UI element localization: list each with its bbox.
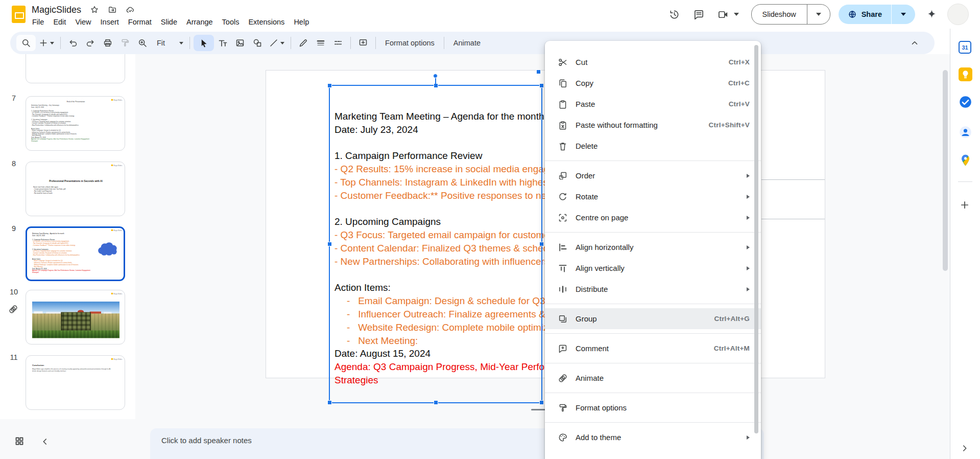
canvas[interactable]: Marketing Team Meeting – Agenda for the …: [135, 54, 950, 419]
menu-item-cut[interactable]: CutCtrl+X: [545, 52, 761, 73]
menu-item-shortcut: Ctrl+Alt+G: [714, 315, 750, 323]
redo-button[interactable]: [82, 35, 99, 51]
context-menu-scrollbar[interactable]: [754, 45, 758, 433]
menu-view[interactable]: View: [70, 17, 95, 27]
menu-item-paste-without-formatting[interactable]: Paste without formattingCtrl+Shift+V: [545, 114, 761, 135]
thumbnail-content: MagicSlidesMarketing Team Meeting – Agen…: [26, 227, 126, 282]
comment-icon: [558, 343, 568, 354]
border-color-button[interactable]: [295, 35, 312, 51]
resize-handle-middle-right[interactable]: [539, 242, 544, 246]
menu-tools[interactable]: Tools: [218, 17, 244, 27]
text-box-tool-button[interactable]: [214, 35, 231, 51]
comments-icon[interactable]: [693, 9, 705, 20]
canvas-scrollbar[interactable]: [943, 70, 948, 271]
camera-dropdown-icon[interactable]: [734, 13, 739, 16]
slide-thumbnail-8[interactable]: MagicSlidesProfessional Presentations in…: [26, 162, 125, 216]
farm-photo: [32, 302, 119, 338]
new-slide-dropdown-icon[interactable]: [50, 42, 54, 44]
avatar[interactable]: [947, 4, 969, 25]
menu-extensions[interactable]: Extensions: [244, 17, 289, 27]
second-object-handle[interactable]: [536, 70, 541, 74]
selection-box[interactable]: [329, 85, 542, 403]
version-history-icon[interactable]: [668, 9, 680, 20]
cloud-status-icon[interactable]: [126, 5, 135, 14]
select-tool-button[interactable]: [194, 35, 214, 51]
search-menus-button[interactable]: [16, 35, 36, 51]
app-logo-icon[interactable]: [12, 6, 26, 23]
insert-image-button[interactable]: [231, 35, 249, 51]
collapse-toolbar-icon[interactable]: [910, 38, 919, 48]
keep-icon[interactable]: [959, 67, 972, 81]
slide-thumbnail-11[interactable]: MagicSlidesConclusion:MagicSlides app si…: [26, 355, 125, 410]
menu-item-delete[interactable]: Delete: [545, 135, 761, 156]
menu-item-paste[interactable]: PasteCtrl+V: [545, 94, 761, 114]
rotation-handle[interactable]: [433, 74, 438, 78]
chevron-left-icon[interactable]: [40, 437, 50, 446]
menu-item-rotate[interactable]: Rotate: [545, 186, 761, 207]
undo-button[interactable]: [64, 35, 82, 51]
contacts-icon[interactable]: [959, 125, 972, 139]
resize-handle-middle-left[interactable]: [327, 242, 332, 246]
menu-help[interactable]: Help: [289, 17, 314, 27]
share-dropdown-button[interactable]: [892, 5, 915, 24]
document-title[interactable]: MagicSlides: [32, 5, 81, 15]
menu-item-align-vertically[interactable]: Align vertically: [545, 258, 761, 279]
add-addon-plus-icon[interactable]: [960, 200, 970, 210]
slide-thumbnail-7[interactable]: MagicSlidesEnd of the PresentationMarket…: [26, 96, 125, 151]
slide-thumbnail-partial[interactable]: [26, 54, 125, 83]
calendar-icon[interactable]: 31: [959, 41, 971, 54]
slideshow-dropdown-button[interactable]: [807, 5, 830, 24]
line-dropdown-icon[interactable]: [280, 42, 284, 44]
slide-number-11: 11: [6, 353, 21, 361]
paint-format-button[interactable]: [116, 35, 134, 51]
insert-shape-button[interactable]: [249, 35, 266, 51]
zoom-button[interactable]: [134, 35, 151, 51]
print-button[interactable]: [99, 35, 116, 51]
border-weight-button[interactable]: [312, 35, 329, 51]
menu-item-align-horizontally[interactable]: Align horizontally: [545, 237, 761, 258]
thumb-text-line: Action Items:: [32, 258, 123, 260]
side-panel: 31: [950, 29, 980, 459]
menu-slide[interactable]: Slide: [156, 17, 182, 27]
menu-item-distribute[interactable]: Distribute: [545, 279, 761, 300]
move-folder-icon[interactable]: [108, 5, 117, 14]
menu-arrange[interactable]: Arrange: [182, 17, 218, 27]
slide-thumbnail-10[interactable]: MagicSlides: [26, 290, 125, 345]
slide-thumbnail-9[interactable]: MagicSlidesMarketing Team Meeting – Agen…: [26, 226, 125, 281]
tasks-icon[interactable]: [959, 95, 972, 109]
star-icon[interactable]: [90, 5, 99, 14]
menu-file[interactable]: File: [28, 17, 49, 27]
resize-handle-top-left[interactable]: [327, 83, 332, 88]
zoom-fit-select[interactable]: Fit: [151, 35, 186, 51]
menu-item-order[interactable]: Order: [545, 165, 761, 186]
new-slide-button[interactable]: [36, 35, 57, 51]
menu-item-copy[interactable]: CopyCtrl+C: [545, 73, 761, 94]
resize-handle-top-right[interactable]: [539, 83, 544, 88]
add-comment-button[interactable]: [354, 35, 372, 51]
app-header: MagicSlides FileEditViewInsertFormatSlid…: [0, 0, 980, 30]
insert-line-button[interactable]: [266, 35, 287, 51]
resize-handle-bottom-right[interactable]: [539, 400, 544, 405]
menu-item-group[interactable]: GroupCtrl+Alt+G: [545, 308, 761, 329]
format-options-button[interactable]: Format options: [379, 35, 440, 51]
border-dash-button[interactable]: [329, 35, 347, 51]
menu-item-comment[interactable]: CommentCtrl+Alt+M: [545, 338, 761, 359]
gemini-sparkle-icon[interactable]: [926, 9, 938, 20]
menu-item-format-options[interactable]: Format options: [545, 397, 761, 418]
menu-item-label: Align horizontally: [576, 243, 633, 251]
menu-item-animate[interactable]: Animate: [545, 368, 761, 388]
menu-edit[interactable]: Edit: [49, 17, 70, 27]
menu-insert[interactable]: Insert: [96, 17, 124, 27]
chevron-right-icon[interactable]: [960, 444, 969, 453]
menu-format[interactable]: Format: [124, 17, 156, 27]
maps-icon[interactable]: [959, 153, 972, 167]
share-button[interactable]: Share: [839, 5, 891, 24]
animate-button[interactable]: Animate: [448, 35, 486, 51]
resize-handle-bottom-center[interactable]: [434, 400, 438, 405]
grid-view-icon[interactable]: [14, 436, 25, 446]
resize-handle-bottom-left[interactable]: [327, 400, 332, 405]
menu-item-centre-on-page[interactable]: Centre on page: [545, 207, 761, 228]
slideshow-button[interactable]: Slideshow: [752, 5, 807, 24]
meet-camera-icon[interactable]: [718, 9, 729, 20]
menu-item-add-to-theme[interactable]: Add to theme: [545, 427, 761, 448]
